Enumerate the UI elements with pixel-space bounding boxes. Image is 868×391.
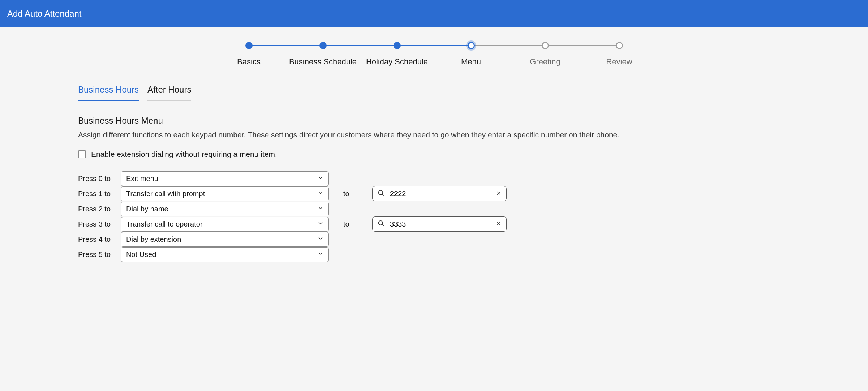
step-label: Greeting bbox=[530, 57, 560, 66]
wizard-stepper: BasicsBusiness ScheduleHoliday ScheduleM… bbox=[0, 27, 868, 74]
step-circle bbox=[319, 42, 327, 49]
action-select-wrap: Exit menu bbox=[121, 171, 329, 186]
step-label: Holiday Schedule bbox=[366, 57, 428, 66]
action-select[interactable]: Dial by extension bbox=[121, 232, 329, 247]
press-label: Press 5 to bbox=[78, 250, 121, 259]
clear-icon[interactable] bbox=[496, 190, 502, 198]
action-select-wrap: Transfer call with prompt bbox=[121, 186, 329, 201]
step-connector bbox=[545, 45, 619, 46]
action-select-wrap: Transfer call to operator bbox=[121, 217, 329, 232]
clear-icon[interactable] bbox=[496, 220, 502, 228]
keypad-row-4: Press 4 toDial by extension bbox=[78, 232, 864, 247]
step-connector bbox=[397, 45, 471, 46]
page-title: Add Auto Attendant bbox=[7, 9, 82, 18]
keypad-row-3: Press 3 toTransfer call to operatorto bbox=[78, 216, 864, 232]
section-description: Assign different functions to each keypa… bbox=[78, 129, 864, 140]
step-label: Menu bbox=[461, 57, 481, 66]
step-label: Review bbox=[606, 57, 632, 66]
action-select-wrap: Dial by extension bbox=[121, 232, 329, 247]
svg-line-5 bbox=[382, 225, 384, 226]
keypad-row-1: Press 1 toTransfer call with promptto bbox=[78, 186, 864, 201]
press-label: Press 4 to bbox=[78, 235, 121, 244]
to-label: to bbox=[343, 220, 372, 228]
extension-dialing-row: Enable extension dialing without requiri… bbox=[78, 150, 864, 159]
section-title: Business Hours Menu bbox=[78, 116, 864, 126]
main-content: Business HoursAfter Hours Business Hours… bbox=[0, 74, 868, 273]
target-input-wrap bbox=[372, 186, 507, 201]
tab-after-hours[interactable]: After Hours bbox=[147, 85, 191, 101]
step-circle bbox=[616, 42, 623, 49]
svg-point-0 bbox=[378, 190, 383, 195]
keypad-row-5: Press 5 toNot Used bbox=[78, 247, 864, 262]
action-select[interactable]: Dial by name bbox=[121, 202, 329, 216]
page-header: Add Auto Attendant bbox=[0, 0, 868, 27]
svg-line-1 bbox=[382, 194, 384, 196]
target-input-wrap bbox=[372, 216, 507, 232]
keypad-menu-rows: Press 0 toExit menuPress 1 toTransfer ca… bbox=[78, 171, 864, 262]
step-circle bbox=[245, 42, 253, 49]
press-label: Press 1 to bbox=[78, 190, 121, 198]
target-input[interactable] bbox=[372, 186, 507, 201]
step-connector bbox=[323, 45, 397, 46]
action-select-wrap: Dial by name bbox=[121, 202, 329, 216]
step-circle bbox=[394, 42, 401, 49]
tabs: Business HoursAfter Hours bbox=[78, 85, 864, 101]
to-label: to bbox=[343, 190, 372, 198]
step-connector bbox=[249, 45, 323, 46]
action-select[interactable]: Transfer call to operator bbox=[121, 217, 329, 232]
tab-business-hours[interactable]: Business Hours bbox=[78, 85, 139, 101]
action-select[interactable]: Transfer call with prompt bbox=[121, 186, 329, 201]
press-label: Press 2 to bbox=[78, 205, 121, 213]
step-label: Business Schedule bbox=[289, 57, 357, 66]
search-icon bbox=[377, 189, 384, 198]
keypad-row-0: Press 0 toExit menu bbox=[78, 171, 864, 186]
search-icon bbox=[377, 220, 384, 229]
step-circle bbox=[468, 42, 475, 49]
extension-dialing-checkbox[interactable] bbox=[78, 150, 86, 158]
step-basics[interactable]: Basics bbox=[212, 42, 286, 66]
keypad-row-2: Press 2 toDial by name bbox=[78, 201, 864, 216]
step-circle bbox=[542, 42, 549, 49]
action-select-wrap: Not Used bbox=[121, 247, 329, 262]
step-connector bbox=[471, 45, 545, 46]
extension-dialing-label: Enable extension dialing without requiri… bbox=[91, 150, 277, 159]
press-label: Press 3 to bbox=[78, 220, 121, 228]
svg-point-4 bbox=[378, 221, 383, 225]
action-select[interactable]: Not Used bbox=[121, 247, 329, 262]
target-input[interactable] bbox=[372, 216, 507, 232]
press-label: Press 0 to bbox=[78, 175, 121, 183]
action-select[interactable]: Exit menu bbox=[121, 171, 329, 186]
step-label: Basics bbox=[237, 57, 261, 66]
